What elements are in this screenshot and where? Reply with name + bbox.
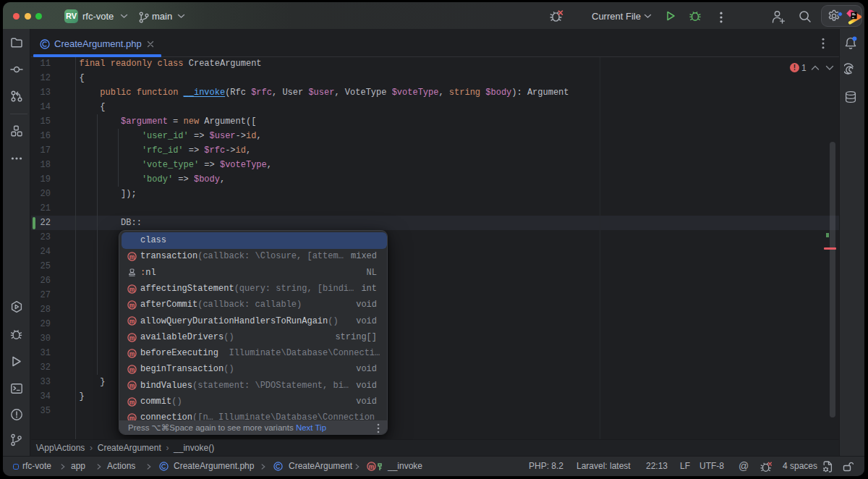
svg-text:m: m — [369, 463, 375, 470]
